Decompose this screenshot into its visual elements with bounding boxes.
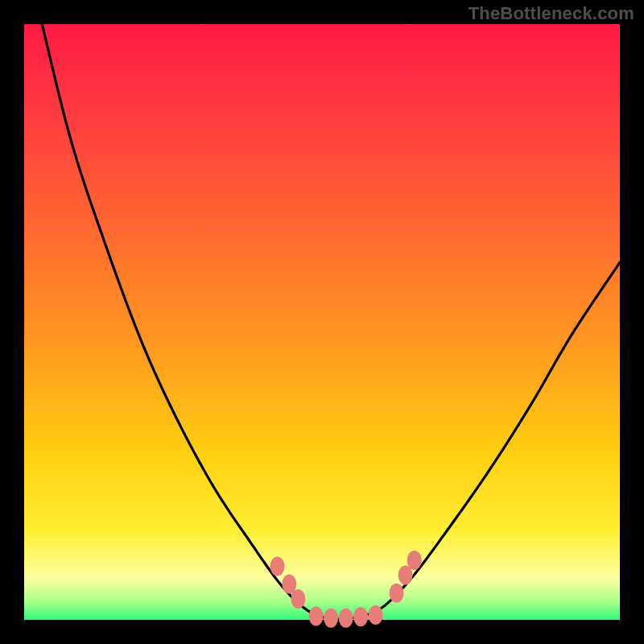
curve-marker <box>324 609 338 628</box>
chart-frame: TheBottleneck.com <box>0 0 644 644</box>
curve-marker <box>369 605 383 625</box>
curve-marker <box>309 607 324 626</box>
watermark-text: TheBottleneck.com <box>469 3 634 24</box>
curve-path <box>42 24 620 619</box>
curve-marker <box>339 609 353 628</box>
curve-marker <box>291 589 305 609</box>
curve-marker <box>390 584 404 603</box>
curve-marker <box>353 607 368 626</box>
bottleneck-curve <box>24 24 620 620</box>
plot-area <box>24 24 620 620</box>
curve-marker <box>407 551 422 570</box>
curve-marker <box>270 556 285 576</box>
